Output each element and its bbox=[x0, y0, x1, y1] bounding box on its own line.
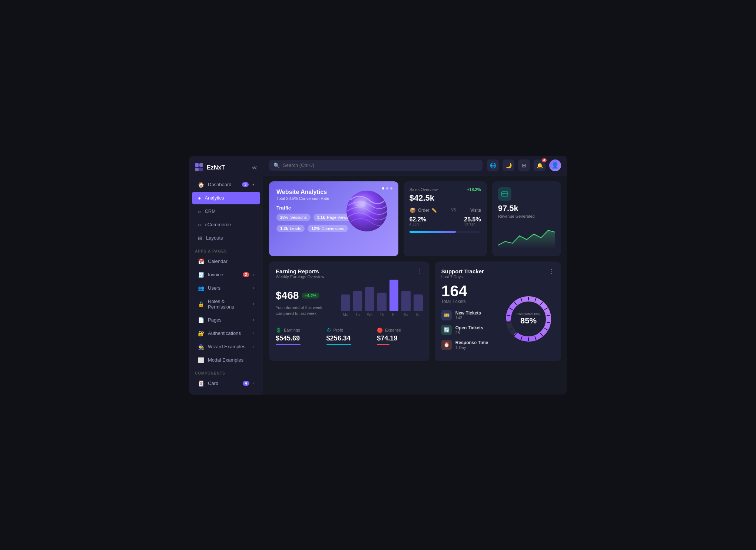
svg-rect-0 bbox=[195, 163, 199, 167]
new-tickets-item: 🎫 New Tickets 142 bbox=[441, 310, 497, 320]
apps-icon: ⊞ bbox=[522, 162, 526, 168]
total-tickets-label: Total Tickets bbox=[441, 299, 497, 304]
collapse-button[interactable]: ≪ bbox=[252, 165, 257, 171]
earning-header: Earning Reports Weekly Earnings Overview… bbox=[276, 268, 423, 279]
open-tickets-icon: 🔄 bbox=[441, 325, 452, 335]
bar-mo-bar bbox=[341, 294, 350, 311]
apps-button[interactable]: ⊞ bbox=[518, 159, 530, 171]
sidebar-item-calendar[interactable]: 📅 Calendar bbox=[192, 255, 260, 268]
support-tracker-card: Support Tracker Last 7 Days ⋮ 164 Total … bbox=[435, 261, 561, 361]
earnings-line bbox=[276, 344, 301, 345]
open-tickets-item: 🔄 Open Tickets 28 bbox=[441, 325, 497, 335]
support-header: Support Tracker Last 7 Days ⋮ bbox=[441, 268, 554, 279]
invoice-chevron: › bbox=[253, 273, 254, 277]
user-avatar[interactable]: 👤 bbox=[549, 159, 561, 171]
invoice-icon: 🧾 bbox=[198, 272, 204, 278]
sidebar-item-modal[interactable]: ⬜ Modal Examples bbox=[192, 354, 260, 366]
profit-stat: ⏱ Profit $256.34 bbox=[322, 327, 373, 345]
bar-we-bar bbox=[365, 287, 374, 311]
sales-stats-row: 📦 Order ✏️ VS Visits bbox=[410, 207, 481, 213]
donut-label: Completed Task bbox=[517, 312, 540, 316]
wizard-icon: 🧙 bbox=[198, 344, 204, 350]
auth-icon: 🔐 bbox=[198, 330, 204, 336]
bottom-cards-row: Earning Reports Weekly Earnings Overview… bbox=[269, 261, 561, 361]
section-apps-pages: APPS & PAGES bbox=[189, 245, 263, 255]
expense-line bbox=[377, 344, 389, 345]
theme-button[interactable]: 🌙 bbox=[503, 159, 514, 171]
ecommerce-icon: ○ bbox=[198, 222, 201, 228]
sales-progress-fill bbox=[410, 231, 456, 233]
sidebar-item-ecommerce[interactable]: ○ eCommerce bbox=[192, 218, 260, 231]
wizard-chevron: › bbox=[253, 345, 254, 349]
edit-icon[interactable]: ✏️ bbox=[431, 208, 437, 213]
earning-more-button[interactable]: ⋮ bbox=[417, 268, 423, 275]
sidebar-item-layouts[interactable]: ⊞ Layouts bbox=[192, 232, 260, 244]
conversions-badge: 12% Conversions bbox=[308, 225, 348, 232]
donut-chart: Completed Task 85% bbox=[503, 293, 554, 345]
earning-left: $468 +4.2% You informed of this week com… bbox=[276, 290, 335, 317]
auth-chevron: › bbox=[253, 331, 254, 335]
sidebar-item-dashboard[interactable]: 🏠 Dashboard 3 ▾ bbox=[192, 178, 260, 191]
bar-we: We bbox=[365, 287, 374, 317]
order-col: 📦 Order ✏️ bbox=[410, 207, 437, 213]
search-input[interactable] bbox=[283, 162, 478, 168]
sales-amount: $42.5k bbox=[410, 193, 481, 203]
total-tickets: 164 bbox=[441, 283, 497, 299]
svg-rect-9 bbox=[503, 194, 504, 195]
notification-badge: 4 bbox=[542, 158, 547, 162]
support-left: 164 Total Tickets 🎫 New Tickets 142 bbox=[441, 283, 497, 355]
card-chevron: › bbox=[253, 381, 254, 385]
theme-icon: 🌙 bbox=[505, 162, 512, 168]
sidebar-item-roles[interactable]: 🔒 Roles & Permissions › bbox=[192, 295, 260, 313]
bar-fr-bar bbox=[389, 280, 399, 311]
bar-su-bar bbox=[414, 294, 423, 311]
support-more-button[interactable]: ⋮ bbox=[548, 268, 554, 275]
svg-rect-1 bbox=[199, 163, 203, 167]
earnings-stat: 💲 Earnings $545.69 bbox=[276, 327, 322, 345]
language-icon: 🌐 bbox=[490, 162, 496, 168]
notifications-button[interactable]: 🔔 4 bbox=[534, 159, 546, 171]
revenue-icon bbox=[498, 187, 511, 201]
sidebar-item-pages[interactable]: 📄 Pages › bbox=[192, 314, 260, 326]
sidebar: EzNxT ≪ 🏠 Dashboard 3 ▾ ● Analytics bbox=[189, 156, 263, 395]
bar-fr: Fr bbox=[389, 280, 399, 317]
users-icon: 👥 bbox=[198, 285, 204, 291]
earnings-icon: 💲 bbox=[276, 327, 282, 333]
language-button[interactable]: 🌐 bbox=[487, 159, 499, 171]
sidebar-item-users[interactable]: 👥 Users › bbox=[192, 282, 260, 294]
roles-chevron: › bbox=[253, 302, 254, 306]
top-cards-row: Website Analytics Total 28.5% Conversion… bbox=[269, 181, 561, 256]
support-body: 164 Total Tickets 🎫 New Tickets 142 bbox=[441, 283, 554, 355]
profit-line bbox=[326, 344, 351, 345]
earning-stats: 💲 Earnings $545.69 ⏱ Profit bbox=[276, 322, 423, 345]
sidebar-item-analytics[interactable]: ● Analytics bbox=[192, 192, 260, 204]
revenue-card: 97.5k Revenue Generated bbox=[492, 181, 561, 256]
analytics-icon: ● bbox=[198, 195, 201, 201]
vs-label: VS bbox=[451, 208, 456, 212]
sidebar-item-invoice[interactable]: 🧾 Invoice 2 › bbox=[192, 269, 260, 281]
bar-sa: Sa bbox=[401, 291, 411, 317]
expense-icon: 🔴 bbox=[377, 327, 383, 333]
content: Website Analytics Total 28.5% Conversion… bbox=[263, 175, 567, 395]
visits-col: Visits bbox=[470, 208, 481, 213]
bell-icon: 🔔 bbox=[537, 162, 543, 168]
earning-growth: +4.2% bbox=[302, 293, 319, 299]
search-box[interactable]: 🔍 bbox=[269, 160, 483, 171]
sidebar-item-auth[interactable]: 🔐 Authentications › bbox=[192, 327, 260, 340]
sales-overview-card: Sales Overview +18.2% $42.5k 📦 Order ✏️ bbox=[404, 181, 487, 256]
earning-desc: You informed of this week compared to la… bbox=[276, 304, 335, 317]
bar-tu-bar bbox=[353, 291, 362, 311]
pages-icon: 📄 bbox=[198, 317, 204, 323]
donut-center: Completed Task 85% bbox=[517, 312, 540, 326]
earnings-value: $545.69 bbox=[276, 335, 317, 342]
sidebar-item-crm[interactable]: ○ CRM bbox=[192, 205, 260, 218]
sidebar-item-card[interactable]: 🃏 Card 4 › bbox=[192, 377, 260, 390]
visits-stat: 25.5% bbox=[464, 216, 481, 223]
svg-rect-2 bbox=[195, 168, 199, 171]
earning-reports-card: Earning Reports Weekly Earnings Overview… bbox=[269, 261, 430, 361]
response-time-icon: ⏰ bbox=[441, 340, 452, 350]
dashboard-chevron: ▾ bbox=[252, 182, 254, 187]
topbar: 🔍 🌐 🌙 ⊞ 🔔 bbox=[263, 156, 567, 175]
dashboard-badge: 3 bbox=[242, 182, 249, 187]
sidebar-item-wizard[interactable]: 🧙 Wizard Examples › bbox=[192, 340, 260, 353]
